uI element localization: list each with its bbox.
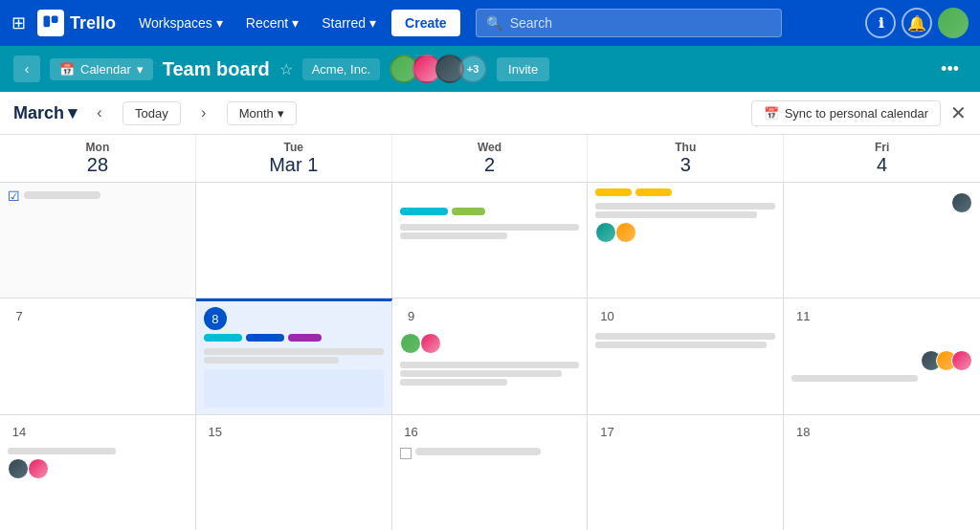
card-avatar-g xyxy=(400,333,421,354)
grid-icon[interactable]: ⊞ xyxy=(11,12,26,33)
day-number: 17 xyxy=(595,421,618,444)
notifications-button[interactable]: 🔔 xyxy=(902,8,932,38)
today-button[interactable]: Today xyxy=(122,101,181,125)
day-number: 10 xyxy=(595,304,618,327)
more-members-count[interactable]: +3 xyxy=(458,55,487,83)
card-content-bar-short xyxy=(400,232,508,239)
sidebar-toggle[interactable]: ‹ xyxy=(13,55,40,82)
calendar-day-4[interactable] xyxy=(784,183,980,298)
calendar-day-3[interactable] xyxy=(588,183,784,298)
day-number: 14 xyxy=(8,421,31,444)
search-bar[interactable]: 🔍 xyxy=(476,9,782,37)
day-header-fri: Fri 4 xyxy=(784,135,980,182)
month-view-button[interactable]: Month ▾ xyxy=(227,101,297,125)
day-headers: Mon 28 Tue Mar 1 Wed 2 Thu 3 Fri 4 xyxy=(0,135,980,183)
card-bar xyxy=(415,448,541,455)
card-bar-2 xyxy=(204,357,339,364)
chevron-down-icon: ▾ xyxy=(278,106,284,121)
calendar-day-10[interactable]: 10 xyxy=(588,298,784,413)
calendar-icon: 📅 xyxy=(59,62,75,77)
calendar-grid: Mon 28 Tue Mar 1 Wed 2 Thu 3 Fri 4 xyxy=(0,135,980,530)
workspaces-menu[interactable]: Workspaces ▾ xyxy=(131,11,231,34)
info-button[interactable]: ℹ xyxy=(865,8,896,38)
close-calendar-button[interactable]: ✕ xyxy=(950,101,967,124)
tag-cyan xyxy=(204,334,242,342)
card-placeholder xyxy=(24,191,100,199)
month-selector[interactable]: March ▾ xyxy=(13,102,77,123)
day-number: 15 xyxy=(204,421,227,444)
day-number: 18 xyxy=(791,421,814,444)
trello-wordmark: Trello xyxy=(70,13,116,33)
card-bar-b xyxy=(400,370,562,377)
chevron-down-icon: ▾ xyxy=(68,102,77,123)
calendar-day-9[interactable]: 9 xyxy=(392,298,589,413)
card-avatar-2 xyxy=(615,222,636,243)
card-tag-yellow xyxy=(595,188,632,196)
starred-menu[interactable]: Starred ▾ xyxy=(314,11,384,34)
day-header-thu: Thu 3 xyxy=(588,135,784,182)
card-tag-green xyxy=(452,208,485,215)
board-title: Team board xyxy=(163,58,270,80)
card-content-bar2 xyxy=(595,211,757,218)
member-avatars: +3 xyxy=(390,55,487,83)
more-options-button[interactable]: ••• xyxy=(933,55,967,83)
calendar-day-18[interactable]: 18 xyxy=(784,415,980,530)
calendar-day-mar1[interactable] xyxy=(196,183,392,298)
calendar-week-1: ☑ xyxy=(0,183,980,298)
day-number: 11 xyxy=(791,304,814,327)
card-bar-short xyxy=(791,375,918,382)
card-bar xyxy=(8,448,116,454)
day-number: 9 xyxy=(400,304,423,327)
card-avatar-p xyxy=(420,333,441,354)
prev-month-button[interactable]: ‹ xyxy=(86,99,113,126)
star-button[interactable]: ☆ xyxy=(279,60,293,78)
recent-menu[interactable]: Recent ▾ xyxy=(238,11,306,34)
card-tag-yellow2 xyxy=(635,188,672,196)
day-header-mon: Mon 28 xyxy=(0,135,196,182)
create-button[interactable]: Create xyxy=(391,10,460,36)
trello-logo-icon xyxy=(37,10,64,36)
day-header-tue: Tue Mar 1 xyxy=(196,135,392,182)
user-avatar[interactable] xyxy=(938,8,969,38)
calendar-day-15[interactable]: 15 xyxy=(196,415,392,530)
checkbox-icon: ☑ xyxy=(8,188,20,204)
nav-right-actions: ℹ 🔔 xyxy=(865,8,969,38)
calendar-area: March ▾ ‹ Today › Month ▾ 📅 Sync to pers… xyxy=(0,92,980,530)
board-header: ‹ 📅 Calendar ▾ Team board ☆ Acme, Inc. +… xyxy=(0,46,980,92)
calendar-day-16[interactable]: 16 xyxy=(392,415,589,530)
card-content-bar xyxy=(595,203,775,210)
calendar-week-3: 14 15 16 xyxy=(0,415,980,530)
avatar-d xyxy=(8,458,29,479)
view-selector[interactable]: 📅 Calendar ▾ xyxy=(50,58,153,80)
calendar-day-14[interactable]: 14 xyxy=(0,415,196,530)
workspace-tag[interactable]: Acme, Inc. xyxy=(302,58,380,80)
search-input[interactable] xyxy=(510,15,771,31)
month-label: March xyxy=(13,103,64,123)
calendar-weeks: ☑ xyxy=(0,183,980,530)
card-avatar-1 xyxy=(595,222,616,243)
card-bar-c xyxy=(400,379,508,386)
calendar-day-8[interactable]: 8 xyxy=(196,298,392,413)
card-bar-a xyxy=(595,333,775,340)
top-navigation: ⊞ Trello Workspaces ▾ Recent ▾ Starred ▾… xyxy=(0,0,980,46)
avatar-pink xyxy=(951,350,972,371)
calendar-day-11[interactable]: 11 xyxy=(784,298,980,413)
calendar-day-17[interactable]: 17 xyxy=(588,415,784,530)
calendar-day-7[interactable]: 7 xyxy=(0,298,196,413)
checkbox-empty-icon xyxy=(400,448,412,459)
card-tag-cyan xyxy=(400,208,448,215)
calendar-day-2[interactable] xyxy=(392,183,589,298)
sync-calendar-button[interactable]: 📅 Sync to personal calendar xyxy=(751,100,941,126)
tag-blue xyxy=(246,334,284,342)
trello-logo[interactable]: Trello xyxy=(37,10,116,36)
svg-rect-0 xyxy=(44,16,51,28)
card-bar-1 xyxy=(204,348,384,355)
calendar-week-2: 7 8 9 xyxy=(0,298,980,414)
next-month-button[interactable]: › xyxy=(190,99,217,126)
card-bar-a xyxy=(400,362,580,368)
search-icon: 🔍 xyxy=(486,15,502,31)
card-avatar-dark xyxy=(951,192,972,213)
invite-button[interactable]: Invite xyxy=(497,57,549,81)
card-content-bar xyxy=(400,224,580,231)
calendar-day-28[interactable]: ☑ xyxy=(0,183,196,298)
